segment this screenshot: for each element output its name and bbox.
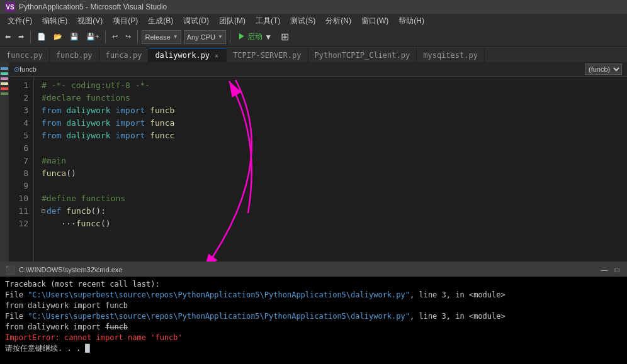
menu-help[interactable]: 帮助(H) (393, 14, 429, 28)
code-line-10: #define functions (42, 192, 627, 205)
terminal-line-6: ImportError: cannot import name 'funcb' (5, 333, 622, 343)
sidebar-class-icon[interactable] (1, 77, 8, 80)
code-token: funcb (150, 104, 174, 117)
tab-tcpip-server-label: TCPIP-SERVER.py (233, 51, 301, 60)
run-button[interactable]: ▶ 启动 ▼ (234, 30, 276, 43)
terminal-line-2: File "C:\Users\superbest\source\repos\Py… (5, 290, 622, 301)
menu-debug[interactable]: 调试(D) (178, 14, 214, 28)
code-line-2: #declare functions (42, 92, 627, 104)
run-dropdown-arrow: ▼ (264, 33, 272, 41)
menu-edit[interactable]: 编辑(E) (37, 14, 72, 28)
vs-logo-icon: VS (5, 2, 15, 12)
toolbar-separator-4 (230, 31, 230, 43)
code-token: (): (91, 205, 105, 218)
code-line-4: from daliywork import funca (42, 117, 627, 130)
menu-file[interactable]: 文件(F) (3, 14, 37, 28)
line-num-6: 6 (11, 142, 28, 155)
tab-python-tcpip-client[interactable]: PythonTCPIP_Client.py (308, 48, 417, 62)
code-line-3: from daliywork import funcb (42, 104, 627, 117)
terminal-line-5: from daliywork import funcb (5, 322, 622, 333)
new-file-button[interactable]: 📄 (35, 31, 48, 42)
tab-funcc[interactable]: funcc.py (0, 48, 50, 62)
menu-team[interactable]: 团队(M) (214, 14, 251, 28)
code-token: #main (42, 155, 66, 167)
sidebar-other-icon[interactable] (1, 92, 8, 95)
code-token: # -*- coding:utf-8 -*- (42, 79, 150, 92)
code-token: #define functions (42, 192, 125, 205)
tab-funca[interactable]: funca.py (99, 48, 149, 62)
terminal-maximize-btn[interactable]: □ (612, 265, 622, 274)
menu-analyze[interactable]: 分析(N) (320, 14, 356, 28)
code-token: import (111, 117, 150, 130)
platform-dropdown[interactable]: Any CPU ▼ (184, 30, 226, 44)
toolbar-separator-3 (137, 31, 138, 43)
code-line-5: from daliywork import funcc (42, 130, 627, 142)
fold-icon-11[interactable]: ⊟ (42, 205, 45, 218)
code-line-8: funca() (42, 167, 627, 180)
terminal-content: Traceback (most recent call last): File … (0, 277, 627, 364)
code-token: from (42, 104, 66, 117)
title-text: PythonApplication5 - Microsoft Visual St… (19, 3, 167, 11)
tab-daliywork-label: daliywork.py (155, 51, 210, 60)
terminal-titlebar: ⬛ C:\WINDOWS\system32\cmd.exe — □ (0, 263, 627, 277)
menu-view[interactable]: 视图(V) (72, 14, 108, 28)
code-token: #declare functions (42, 92, 130, 104)
config-dropdown[interactable]: Release ▼ (142, 30, 181, 44)
code-token: from (42, 130, 66, 142)
sidebar-error-icon[interactable] (1, 87, 8, 90)
sidebar-prop-icon[interactable] (1, 82, 8, 85)
attach-button[interactable]: ⊞ (278, 30, 291, 44)
redo-button[interactable]: ↪ (123, 31, 133, 42)
open-button[interactable]: 📂 (51, 31, 65, 42)
sidebar-team-icon[interactable] (1, 72, 8, 75)
menu-project[interactable]: 项目(P) (108, 14, 143, 28)
config-dropdown-arrow: ▼ (173, 34, 178, 40)
code-token: import (111, 130, 150, 142)
menu-test[interactable]: 测试(S) (285, 14, 320, 28)
sidebar-solution-icon[interactable] (1, 67, 8, 70)
menu-tools[interactable]: 工具(T) (251, 14, 285, 28)
code-token: ···funcc (61, 218, 101, 230)
terminal-line-7: 请按任意键继续. . . █ (5, 343, 622, 354)
undo-button[interactable]: ↩ (110, 31, 120, 42)
code-line-12: ···funcc() (42, 218, 627, 230)
line-num-10: 10 (11, 192, 28, 205)
line-num-7: 7 (11, 155, 28, 167)
terminal-cmd-icon: ⬛ (5, 265, 15, 275)
code-line-9 (42, 180, 627, 192)
tab-mysqitest[interactable]: mysqitest.py (417, 48, 485, 62)
code-token (42, 218, 61, 230)
terminal-minimize-btn[interactable]: — (599, 265, 609, 274)
line-num-11: 11 (11, 205, 28, 218)
tab-daliywork-close[interactable]: ✕ (213, 52, 220, 59)
line-num-8: 8 (11, 167, 28, 180)
member-dropdown[interactable]: (funcb) (585, 63, 622, 75)
line-num-3: 3 (11, 104, 28, 117)
forward-button[interactable]: ➡ (16, 31, 26, 42)
menu-build[interactable]: 生成(B) (143, 14, 178, 28)
breadcrumb-icon: ⊙ (14, 65, 20, 74)
terminal-line-1: Traceback (most recent call last): (5, 279, 622, 290)
code-line-1: # -*- coding:utf-8 -*- (42, 79, 627, 92)
code-token: funca (42, 167, 66, 180)
save-button[interactable]: 💾 (67, 31, 81, 42)
breadcrumb: ⊙ funcb (funcb) (9, 62, 627, 77)
line-num-4: 4 (11, 117, 28, 130)
line-num-12: 12 (11, 218, 28, 230)
line-num-1: 1 (11, 79, 28, 92)
code-token: () (101, 218, 111, 230)
tab-daliywork[interactable]: daliywork.py ✕ (149, 48, 227, 62)
back-button[interactable]: ⬅ (3, 31, 13, 42)
tab-funcb[interactable]: funcb.py (50, 48, 99, 62)
code-line-7: #main (42, 155, 627, 167)
code-line-6 (42, 142, 627, 155)
code-token: daliywork (66, 104, 110, 117)
tab-funcb-label: funcb.py (56, 51, 93, 60)
code-token: daliywork (66, 117, 110, 130)
save-all-button[interactable]: 💾+ (84, 31, 101, 42)
tab-funca-label: funca.py (106, 51, 142, 60)
tab-python-tcpip-client-label: PythonTCPIP_Client.py (315, 51, 410, 60)
menu-window[interactable]: 窗口(W) (356, 14, 393, 28)
tab-tcpip-server[interactable]: TCPIP-SERVER.py (227, 48, 308, 62)
terminal-title-text: C:\WINDOWS\system32\cmd.exe (19, 266, 597, 273)
